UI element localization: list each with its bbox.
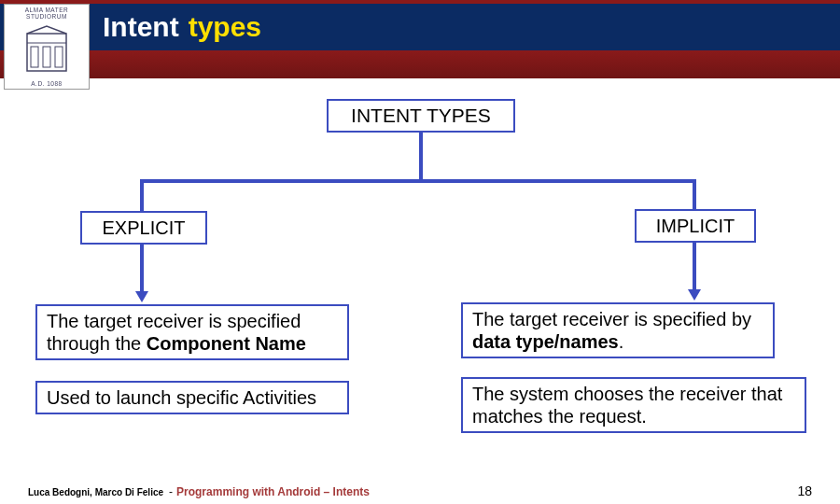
footer-course: Programming with Android – Intents <box>176 485 370 498</box>
footer-page-number: 18 <box>797 483 812 498</box>
connector-line <box>140 179 696 183</box>
title-word-1: Intent <box>103 11 179 43</box>
slide-footer: Luca Bedogni, Marco Di Felice - Programm… <box>0 483 840 498</box>
university-logo: ALMA MATER STUDIORUM A.D. 1088 <box>4 4 90 90</box>
implicit-desc-text: The target receiver is specified by <box>472 309 751 329</box>
implicit-desc-post: . <box>619 331 624 352</box>
implicit-node: IMPLICIT <box>635 209 756 243</box>
implicit-desc-bold: data type/names <box>472 331 619 352</box>
connector-line <box>140 179 144 211</box>
arrow-down-icon <box>135 291 148 302</box>
implicit-desc-box: The target receiver is specified by data… <box>461 302 775 358</box>
footer-sep: - <box>169 485 173 498</box>
connector-line <box>140 245 144 291</box>
slide-header: Intent types <box>0 4 840 50</box>
implicit-label: IMPLICIT <box>656 216 735 237</box>
explicit-node: EXPLICIT <box>80 211 207 245</box>
explicit-note-text: Used to launch specific Activities <box>47 387 316 409</box>
implicit-note-text: The system chooses the receiver that mat… <box>472 384 782 427</box>
svg-rect-4 <box>55 47 63 67</box>
implicit-note-box: The system chooses the receiver that mat… <box>461 377 806 433</box>
title-word-2: types <box>189 11 261 43</box>
logo-top-text: ALMA MATER STUDIORUM <box>7 7 87 20</box>
explicit-note-box: Used to launch specific Activities <box>35 381 349 414</box>
explicit-desc-bold: Component Name <box>147 333 306 354</box>
header-underbar <box>0 50 840 78</box>
connector-line <box>693 179 696 211</box>
svg-rect-2 <box>31 47 38 67</box>
arrow-down-icon <box>688 289 701 301</box>
diagram-area: INTENT TYPES EXPLICIT IMPLICIT The targe… <box>0 80 840 476</box>
root-node: INTENT TYPES <box>327 99 515 133</box>
root-label: INTENT TYPES <box>351 105 491 127</box>
connector-line <box>419 133 423 179</box>
svg-rect-3 <box>43 47 50 67</box>
footer-authors: Luca Bedogni, Marco Di Felice <box>28 487 163 497</box>
connector-line <box>693 243 696 289</box>
crest-icon <box>23 24 70 77</box>
explicit-label: EXPLICIT <box>103 217 186 239</box>
explicit-desc-box: The target receiver is specified through… <box>35 304 349 360</box>
svg-rect-0 <box>27 34 66 71</box>
